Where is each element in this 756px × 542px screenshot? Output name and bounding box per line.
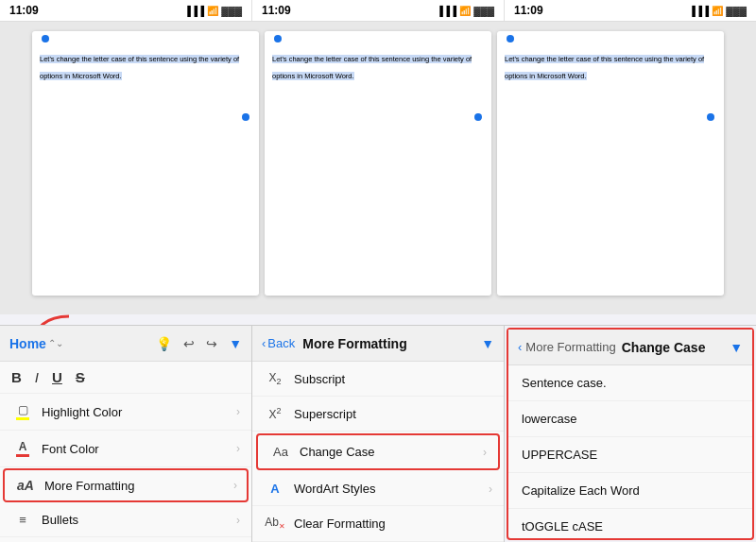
home-panel-header: Home ⌃⌄ 💡 ↩ ↪ ▼ [0,326,251,362]
change-case-label: Change Case [300,445,483,459]
wordart-icon: A [264,482,286,496]
change-case-dropdown-icon[interactable]: ▼ [730,340,743,355]
highlight-color-item[interactable]: ▢ Highlight Color › [0,394,251,431]
highlight-color-bar [16,417,29,420]
back-chevron-changecase[interactable]: ‹ [518,340,522,354]
panel-more-formatting: ‹ Back More Formatting ▼ X2 Subscript X2… [252,326,505,542]
capitalize-each-word-label: Capitalize Each Word [522,483,640,498]
cursor-bottom-1 [242,113,249,121]
time-1: 11:09 [9,4,39,17]
more-formatting-icon: aA [14,478,37,493]
cursor-top-1 [42,35,49,42]
highlight-icon-letter: ▢ [18,403,28,416]
font-color-icon: A [11,440,34,457]
toggle-case-label: tOGGLE cASE [522,519,603,534]
sentence-case-label: Sentence case. [522,376,607,390]
doc-page-1: Let's change the letter case of this sen… [32,31,259,296]
battery-icon-1: ▓▓▓ [221,6,242,16]
panel-home: Home ⌃⌄ 💡 ↩ ↪ ▼ B I U S ▢ Highligh [0,326,252,542]
wordart-label: WordArt Styles [294,482,489,496]
font-color-label: Font Color [42,442,236,456]
redo-icon[interactable]: ↪ [206,336,217,351]
doc-content-3: Let's change the letter case of this sen… [505,48,716,82]
doc-content-1: Let's change the letter case of this sen… [40,48,251,82]
signal-icon-1: ▐▐▐ [184,6,204,16]
battery-icon-2: ▓▓▓ [473,6,494,16]
home-title[interactable]: Home [9,336,46,351]
doc-page-2: Let's change the letter case of this sen… [265,31,491,296]
wifi-icon-3: 📶 [712,6,723,16]
subscript-item[interactable]: X2 Subscript [252,362,504,397]
lowercase-option[interactable]: lowercase [508,401,752,437]
change-case-icon: Aa [269,445,292,459]
uppercase-label: UPPERCASE [522,448,597,462]
status-icons-1: ▐▐▐ 📶 ▓▓▓ [184,6,242,16]
doc-page-3: Let's change the letter case of this sen… [497,31,724,296]
sentence-case-option[interactable]: Sentence case. [508,365,752,401]
more-formatting-panel-title: More Formatting [302,336,406,351]
italic-button[interactable]: I [35,369,39,385]
cursor-top-2 [274,35,282,42]
superscript-icon: X2 [264,406,286,421]
numbering-item[interactable]: ≣ Numbering › [0,537,251,542]
change-case-item[interactable]: Aa Change Case › [256,433,500,470]
font-color-item[interactable]: A Font Color › [0,431,251,467]
subscript-icon: X2 [264,371,286,386]
cursor-bottom-2 [474,113,482,121]
underline-button[interactable]: U [52,369,62,385]
toolbar-area: Home ⌃⌄ 💡 ↩ ↪ ▼ B I U S ▢ Highligh [0,325,756,542]
lowercase-label: lowercase [522,412,577,426]
cursor-bottom-3 [707,113,714,121]
capitalize-each-word-option[interactable]: Capitalize Each Word [508,473,752,509]
change-case-header: ‹ More Formatting Change Case ▼ [508,330,752,365]
bullets-icon: ≡ [11,513,34,527]
doc-highlighted-text-3: Let's change the letter case of this sen… [505,55,704,80]
change-case-chevron: › [483,446,487,459]
undo-icon[interactable]: ↩ [183,336,195,351]
doc-highlighted-text-1: Let's change the letter case of this sen… [40,55,239,80]
back-button-more[interactable]: ‹ Back [262,336,295,350]
lightbulb-icon[interactable]: 💡 [156,336,172,351]
superscript-item[interactable]: X2 Superscript [252,397,504,432]
format-buttons-row: B I U S [0,362,251,394]
status-bars-container: 11:09 ▐▐▐ 📶 ▓▓▓ 11:09 ▐▐▐ 📶 ▓▓▓ 11:09 ▐▐… [0,0,756,22]
wifi-icon-1: 📶 [207,6,218,16]
cursor-top-3 [507,35,514,42]
dropdown-icon[interactable]: ▼ [229,336,242,351]
doc-content-2: Let's change the letter case of this sen… [272,48,484,82]
bold-button[interactable]: B [11,369,22,385]
clear-formatting-icon: Ab✕ [264,516,286,531]
more-formatting-icon-letter: aA [17,478,34,493]
change-case-panel-title: Change Case [622,340,706,355]
back-label-more: Back [267,336,295,350]
more-formatting-chevron: › [233,479,237,492]
more-formatting-item[interactable]: aA More Formatting › [3,468,249,502]
strikethrough-button[interactable]: S [76,369,85,385]
font-color-chevron: › [236,442,240,455]
time-2: 11:09 [262,4,291,17]
time-3: 11:09 [514,4,543,17]
uppercase-option[interactable]: UPPERCASE [508,437,752,473]
signal-icon-3: ▐▐▐ [689,6,709,16]
more-formatting-label: More Formatting [44,479,233,493]
back-chevron-icon: ‹ [262,336,266,350]
doc-highlighted-text-2: Let's change the letter case of this sen… [272,55,472,80]
signal-icon-2: ▐▐▐ [437,6,456,16]
font-color-icon-letter: A [19,440,27,453]
status-icons-3: ▐▐▐ 📶 ▓▓▓ [689,6,747,16]
status-bar-1: 11:09 ▐▐▐ 📶 ▓▓▓ [0,0,252,21]
wordart-item[interactable]: A WordArt Styles › [252,472,504,506]
toggle-case-option[interactable]: tOGGLE cASE [508,509,752,542]
document-area: Let's change the letter case of this sen… [0,22,756,314]
status-icons-2: ▐▐▐ 📶 ▓▓▓ [437,6,494,16]
battery-icon-3: ▓▓▓ [726,6,747,16]
more-formatting-dropdown-icon[interactable]: ▼ [481,336,494,351]
highlight-color-icon: ▢ [11,403,34,420]
status-bar-2: 11:09 ▐▐▐ 📶 ▓▓▓ [252,0,505,21]
superscript-label: Superscript [294,407,492,421]
bullets-item[interactable]: ≡ Bullets › [0,503,251,537]
clear-formatting-item[interactable]: Ab✕ Clear Formatting [252,506,504,541]
clear-formatting-label: Clear Formatting [294,517,492,531]
panel-change-case: ‹ More Formatting Change Case ▼ Sentence… [507,328,754,540]
wordart-chevron: › [489,483,492,496]
